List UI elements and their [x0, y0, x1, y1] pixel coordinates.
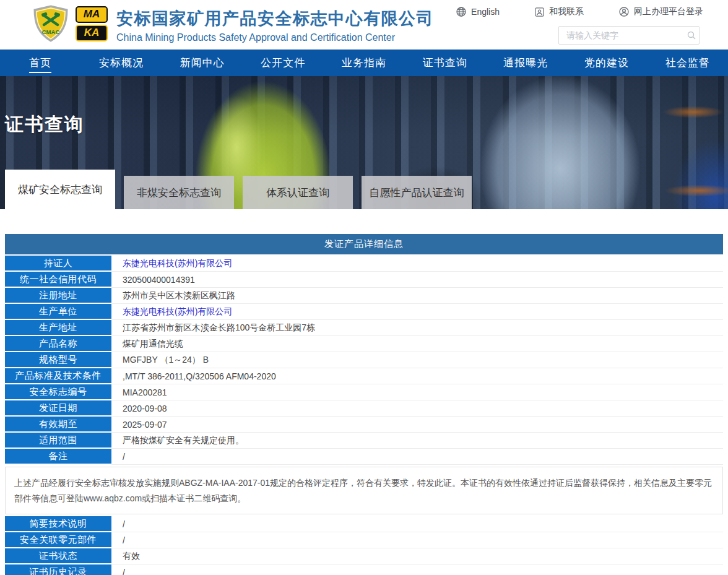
site-title-zh: 安标国家矿用产品安全标志中心有限公司 [116, 7, 434, 30]
row-label: 备注 [5, 449, 111, 465]
row-label: 适用范围 [5, 433, 111, 449]
detail-table-title: 发证产品详细信息 [5, 234, 723, 254]
row-value: / [111, 532, 723, 548]
nav-item-3[interactable]: 公开文件 [243, 50, 324, 76]
row-value-link[interactable]: 东捷光电科技(苏州)有限公司 [123, 258, 232, 269]
nav-item-8[interactable]: 社会监督 [647, 50, 728, 76]
row-label: 注册地址 [5, 288, 111, 304]
table-row: 证书历史记录/ [5, 564, 723, 575]
table-row: 注册地址苏州市吴中区木渎新区枫江路 [5, 288, 723, 304]
table-row: 适用范围严格按煤矿安全有关规定使用。 [5, 433, 723, 449]
row-label: 产品标准及技术条件 [5, 368, 111, 384]
row-value-link[interactable]: 东捷光电科技(苏州)有限公司 [123, 306, 232, 318]
row-value: 江苏省苏州市新区木渎金长路100号金桥工业园7栋 [111, 320, 723, 336]
top-link-label: 和我联系 [549, 6, 584, 17]
row-value: 东捷光电科技(苏州)有限公司 [111, 256, 723, 272]
row-value: 2020-09-08 [111, 400, 723, 417]
row-label: 产品名称 [5, 336, 111, 352]
row-label: 持证人 [5, 256, 111, 272]
row-value: 有效 [111, 548, 723, 564]
main-nav: 首页安标概况新闻中心公开文件业务指南证书查询通报曝光党的建设社会监督 [0, 50, 728, 76]
row-label: 生产单位 [5, 304, 111, 320]
table-row: 规格型号MGFJBY （1～24） B [5, 352, 723, 368]
row-value: 煤矿用通信光缆 [111, 336, 723, 352]
tab-0[interactable]: 煤矿安全标志查询 [5, 170, 115, 209]
row-label: 有效期至 [5, 417, 111, 433]
site-logo[interactable]: CMAC MA KA [31, 5, 108, 42]
user-icon [618, 6, 630, 17]
row-value: / [111, 516, 723, 532]
tab-1[interactable]: 非煤安全标志查询 [124, 176, 234, 209]
row-label: 发证日期 [5, 400, 111, 417]
svg-text:CMAC: CMAC [42, 28, 60, 35]
table-row: 证书状态有效 [5, 548, 723, 564]
row-label: 证书状态 [5, 548, 111, 564]
top-utility-links: English和我联系网上办理平台登录 [456, 6, 703, 17]
search-icon[interactable] [683, 27, 699, 44]
table-row: 统一社会信用代码320500400014391 [5, 272, 723, 288]
ka-badge: KA [76, 25, 108, 41]
row-value: 2025-09-07 [111, 417, 723, 433]
ma-badge: MA [76, 6, 108, 23]
cmac-shield-logo-icon: CMAC [31, 5, 71, 42]
nav-item-2[interactable]: 新闻中心 [162, 50, 243, 76]
row-value: ,MT/T 386-2011,Q/320506 AFM04-2020 [111, 368, 723, 384]
banner: 证书查询 煤矿安全标志查询非煤安全标志查询体系认证查询自愿性产品认证查询 [0, 76, 728, 209]
top-link-0[interactable]: English [456, 6, 500, 17]
table-row: 备注/ [5, 449, 723, 465]
table-row: 有效期至2025-09-07 [5, 417, 723, 433]
table-row: 持证人东捷光电科技(苏州)有限公司 [5, 256, 723, 272]
detail-rows-group1: 持证人东捷光电科技(苏州)有限公司统一社会信用代码320500400014391… [5, 256, 723, 465]
nav-item-4[interactable]: 业务指南 [324, 50, 405, 76]
row-value: 严格按煤矿安全有关规定使用。 [111, 433, 723, 449]
row-value: / [111, 564, 723, 575]
tab-2[interactable]: 体系认证查询 [243, 176, 353, 209]
detail-rows-group2: 简要技术说明/安全关联零元部件/证书状态有效证书历史记录/ [5, 516, 723, 575]
row-label: 统一社会信用代码 [5, 272, 111, 288]
table-row: 发证日期2020-09-08 [5, 400, 723, 417]
table-row: 生产地址江苏省苏州市新区木渎金长路100号金桥工业园7栋 [5, 320, 723, 336]
site-header: CMAC MA KA 安标国家矿用产品安全标志中心有限公司 China Mini… [0, 0, 728, 50]
site-title-block: 安标国家矿用产品安全标志中心有限公司 China Mining Products… [116, 7, 434, 43]
top-link-1[interactable]: 和我联系 [534, 6, 584, 17]
nav-item-0[interactable]: 首页 [0, 50, 81, 76]
page-title: 证书查询 [5, 112, 84, 137]
contact-icon [534, 7, 545, 17]
table-row: 简要技术说明/ [5, 516, 723, 532]
row-value: 苏州市吴中区木渎新区枫江路 [111, 288, 723, 304]
row-value: MIA200281 [111, 384, 723, 400]
nav-item-6[interactable]: 通报曝光 [485, 50, 566, 76]
row-label: 证书历史记录 [5, 564, 111, 575]
site-search [558, 26, 700, 45]
nav-item-7[interactable]: 党的建设 [566, 50, 648, 76]
table-row: 产品名称煤矿用通信光缆 [5, 336, 723, 352]
row-value: 东捷光电科技(苏州)有限公司 [111, 304, 723, 320]
row-label: 安全标志编号 [5, 384, 111, 400]
certificate-detail: 发证产品详细信息 持证人东捷光电科技(苏州)有限公司统一社会信用代码320500… [5, 234, 723, 575]
table-row: 产品标准及技术条件,MT/T 386-2011,Q/320506 AFM04-2… [5, 368, 723, 384]
table-row: 生产单位东捷光电科技(苏州)有限公司 [5, 304, 723, 320]
row-label: 安全关联零元部件 [5, 532, 111, 548]
nav-item-1[interactable]: 安标概况 [81, 50, 162, 76]
certificate-note: 上述产品经履行安全标志审核发放实施规则ABGZ-MA-IAA-2017-01规定… [5, 467, 723, 514]
row-value: / [111, 449, 723, 465]
tab-3[interactable]: 自愿性产品认证查询 [362, 176, 472, 209]
site-title-en: China Mining Products Safety Approval an… [116, 32, 434, 43]
globe-icon [456, 6, 467, 17]
top-link-label: English [471, 7, 500, 17]
row-label: 简要技术说明 [5, 516, 111, 532]
ma-ka-logo-icon: MA KA [76, 6, 108, 41]
cert-query-tabs: 煤矿安全标志查询非煤安全标志查询体系认证查询自愿性产品认证查询 [5, 170, 472, 209]
top-link-label: 网上办理平台登录 [634, 6, 703, 17]
row-value: 320500400014391 [111, 272, 723, 288]
row-label: 规格型号 [5, 352, 111, 368]
search-input[interactable] [559, 30, 683, 40]
table-row: 安全标志编号MIA200281 [5, 384, 723, 400]
table-row: 安全关联零元部件/ [5, 532, 723, 548]
row-value: MGFJBY （1～24） B [111, 352, 723, 368]
nav-item-5[interactable]: 证书查询 [404, 50, 485, 76]
row-label: 生产地址 [5, 320, 111, 336]
top-link-2[interactable]: 网上办理平台登录 [618, 6, 703, 17]
